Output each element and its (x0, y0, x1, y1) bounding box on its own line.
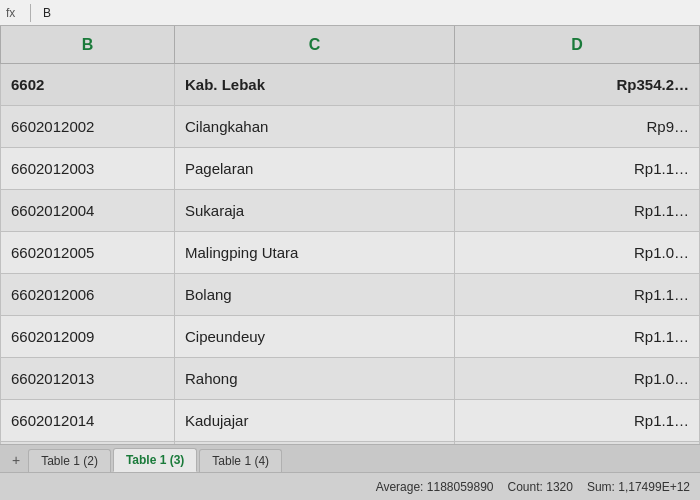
sheet-tab-2[interactable]: Table 1 (4) (199, 449, 282, 472)
cell-d-4[interactable]: Rp1.0… (455, 232, 700, 273)
cell-b-1[interactable]: 6602012002 (0, 106, 175, 147)
cell-b-4[interactable]: 6602012005 (0, 232, 175, 273)
cell-b-3[interactable]: 6602012004 (0, 190, 175, 231)
cell-d-1[interactable]: Rp9… (455, 106, 700, 147)
cell-c-8[interactable]: Kadujajar (175, 400, 455, 441)
cell-b-0[interactable]: 6602 (0, 64, 175, 105)
status-sum: Sum: 1,17499E+12 (587, 480, 690, 494)
table-row: 6602012004SukarajaRp1.1… (0, 190, 700, 232)
formula-bar: fx B (0, 0, 700, 26)
cell-d-8[interactable]: Rp1.1… (455, 400, 700, 441)
cell-c-0[interactable]: Kab. Lebak (175, 64, 455, 105)
cell-d-5[interactable]: Rp1.1… (455, 274, 700, 315)
table-row: 6602012003PagelaranRp1.1… (0, 148, 700, 190)
formula-bar-separator (30, 4, 31, 22)
cell-c-6[interactable]: Cipeundeuy (175, 316, 455, 357)
cell-d-7[interactable]: Rp1.0… (455, 358, 700, 399)
cell-c-2[interactable]: Pagelaran (175, 148, 455, 189)
table-row: 6602Kab. LebakRp354.2… (0, 64, 700, 106)
col-header-c[interactable]: C (175, 26, 455, 63)
table-row: 6602012005Malingping UtaraRp1.0… (0, 232, 700, 274)
table-row: 6602012002CilangkahanRp9… (0, 106, 700, 148)
cell-c-3[interactable]: Sukaraja (175, 190, 455, 231)
col-header-b[interactable]: B (0, 26, 175, 63)
formula-bar-value: B (37, 6, 51, 20)
status-count: Count: 1320 (508, 480, 573, 494)
table-body: 6602Kab. LebakRp354.2…6602012002Cilangka… (0, 64, 700, 444)
cell-d-0[interactable]: Rp354.2… (455, 64, 700, 105)
status-average: Average: 1188059890 (376, 480, 494, 494)
sheet-tab-1[interactable]: Table 1 (3) (113, 448, 197, 472)
spreadsheet: B C D 6602Kab. LebakRp354.2…6602012002Ci… (0, 26, 700, 444)
cell-d-6[interactable]: Rp1.1… (455, 316, 700, 357)
cell-b-2[interactable]: 6602012003 (0, 148, 175, 189)
col-header-d[interactable]: D (455, 26, 700, 63)
sheet-tabs: + Table 1 (2)Table 1 (3)Table 1 (4) (0, 444, 700, 472)
cell-d-2[interactable]: Rp1.1… (455, 148, 700, 189)
cell-b-6[interactable]: 6602012009 (0, 316, 175, 357)
cell-c-7[interactable]: Rahong (175, 358, 455, 399)
table-row: 6602012006BolangRp1.1… (0, 274, 700, 316)
add-sheet-button[interactable]: + (4, 448, 28, 472)
sheet-tab-0[interactable]: Table 1 (2) (28, 449, 111, 472)
cell-c-4[interactable]: Malingping Utara (175, 232, 455, 273)
cell-b-8[interactable]: 6602012014 (0, 400, 175, 441)
cell-b-7[interactable]: 6602012013 (0, 358, 175, 399)
cell-c-1[interactable]: Cilangkahan (175, 106, 455, 147)
status-bar: Average: 1188059890 Count: 1320 Sum: 1,1… (0, 472, 700, 500)
table-row: 6602012014KadujajarRp1.1… (0, 400, 700, 442)
column-headers: B C D (0, 26, 700, 64)
table-row: 6602012013RahongRp1.0… (0, 358, 700, 400)
table-row: 6602012009CipeundeuyRp1.1… (0, 316, 700, 358)
status-stats: Average: 1188059890 Count: 1320 Sum: 1,1… (376, 480, 690, 494)
cell-c-5[interactable]: Bolang (175, 274, 455, 315)
cell-b-5[interactable]: 6602012006 (0, 274, 175, 315)
cell-d-3[interactable]: Rp1.1… (455, 190, 700, 231)
formula-bar-fx-label: fx (6, 6, 24, 20)
